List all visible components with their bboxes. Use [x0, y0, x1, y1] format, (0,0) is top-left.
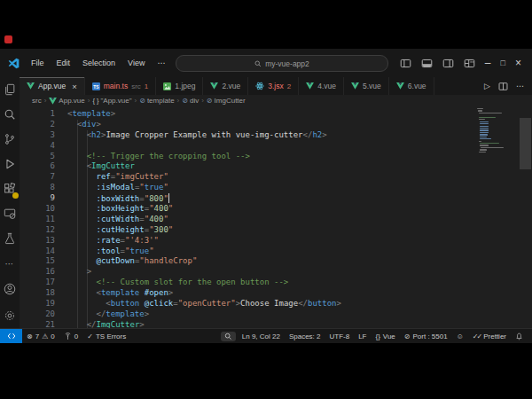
close-button[interactable]: ×	[515, 57, 521, 69]
code-line-20[interactable]: 20 </template>	[20, 309, 532, 320]
tab-app-vue[interactable]: App.vue×	[20, 77, 85, 95]
command-center-search[interactable]: my-vue-app2	[176, 55, 388, 72]
eol-setting[interactable]: LF	[354, 332, 371, 340]
code-line-17[interactable]: 17 <!-- Custom slot for the open button …	[20, 278, 532, 288]
tab-3-jsx[interactable]: 3.jsx2	[248, 77, 299, 95]
ts-errors-indicator[interactable]: ✓ TS Errors	[82, 332, 130, 340]
tab-main-ts[interactable]: TSmain.tssrc1	[85, 77, 157, 95]
more-icon[interactable]: ⋯	[0, 251, 20, 276]
editor-more-actions-icon[interactable]: ⋯	[516, 82, 524, 90]
code-line-1[interactable]: 1<template>	[20, 109, 532, 120]
menu-edit[interactable]: Edit	[51, 49, 77, 77]
remote-indicator[interactable]	[0, 329, 22, 343]
code-line-9[interactable]: 9 :boxWidth="800"	[20, 193, 532, 204]
customize-layout-icon[interactable]	[464, 58, 475, 69]
code-line-12[interactable]: 12 :cutHeight="300"	[20, 225, 532, 236]
tab-1-jpeg[interactable]: 1.jpeg	[156, 77, 203, 95]
tab-2-vue[interactable]: 2.vue	[203, 77, 248, 95]
double-check-icon: ✓✓	[473, 332, 481, 340]
minimap-line	[479, 117, 496, 118]
menu-file[interactable]: File	[25, 49, 51, 77]
zoom-indicator[interactable]	[221, 332, 236, 341]
status-bar: ⊗ 7 ⚠ 0 0 ✓ TS Errors Ln 9, Col 22 Space…	[0, 328, 532, 343]
line-number: 10	[20, 204, 67, 215]
tab-6-vue[interactable]: 6.vue	[389, 77, 434, 95]
code-line-4[interactable]: 4	[20, 141, 532, 152]
code-line-10[interactable]: 10 :boxHeight="400"	[20, 204, 532, 215]
vue-file-icon	[396, 82, 404, 90]
tab-5-vue[interactable]: 5.vue	[344, 77, 389, 95]
breadcrumb-item[interactable]: App.vue	[49, 97, 84, 105]
maximize-button[interactable]: □	[501, 59, 505, 67]
settings-icon[interactable]	[0, 303, 20, 328]
code-line-8[interactable]: 8 :isModal="true"	[20, 183, 532, 193]
search-icon[interactable]	[0, 102, 20, 127]
line-number: 5	[20, 152, 67, 162]
code-line-21[interactable]: 21 </ImgCutter>	[20, 320, 532, 328]
notifications-bell[interactable]	[511, 332, 528, 340]
menu-view[interactable]: View	[121, 49, 151, 77]
tab-label: main.ts	[104, 82, 128, 90]
run-file-button[interactable]: ▷	[484, 82, 490, 90]
toggle-sidebar-icon[interactable]	[400, 58, 411, 69]
ts-errors-label: TS Errors	[96, 332, 126, 340]
code-line-15[interactable]: 15 @cutDown="handleCrop"	[20, 256, 532, 267]
port-indicator[interactable]: ⊘ Port : 5501	[400, 332, 452, 340]
code-line-3[interactable]: 3 <h2>Image Cropper Example with vue-img…	[20, 130, 532, 141]
extensions-icon[interactable]	[0, 176, 20, 201]
indentation-setting[interactable]: Spaces: 2	[285, 332, 325, 340]
code-line-5[interactable]: 5 <!-- Trigger the cropping tool -->	[20, 152, 532, 162]
tab-label: 4.vue	[317, 82, 336, 90]
editor-scrollbar[interactable]	[520, 118, 531, 169]
toggle-secondary-sidebar-icon[interactable]	[442, 58, 454, 69]
split-editor-icon[interactable]	[498, 82, 508, 91]
menu-more[interactable]: ⋯	[151, 49, 171, 77]
code-line-7[interactable]: 7 ref="imgCutter"	[20, 172, 532, 183]
breadcrumb-item[interactable]: ⊘ImgCutter	[207, 97, 246, 105]
minimap-line	[480, 137, 487, 137]
code-editor[interactable]: 1<template>2 <div>3 <h2>Image Cropper Ex…	[20, 106, 532, 328]
video-frame: FileEditSelectionView⋯ ← → my-vue-app2 –…	[0, 0, 532, 399]
minimap[interactable]	[477, 108, 507, 153]
bell-icon	[515, 332, 523, 340]
files-icon[interactable]	[0, 77, 20, 102]
code-line-6[interactable]: 6 <ImgCutter	[20, 161, 532, 172]
language-mode[interactable]: {} Vue	[372, 332, 400, 340]
cursor-position[interactable]: Ln 9, Col 22	[238, 332, 285, 340]
tab-4-vue[interactable]: 4.vue	[299, 77, 344, 95]
code-line-13[interactable]: 13 :rate="'4:3'"	[20, 236, 532, 246]
menu-selection[interactable]: Selection	[76, 49, 121, 77]
tab-label: 2.vue	[222, 82, 240, 90]
breadcrumb-item[interactable]: ⊘template	[139, 97, 174, 105]
code-line-18[interactable]: 18 <template #open>	[20, 288, 532, 299]
account-icon[interactable]	[0, 277, 20, 301]
breadcrumb-item[interactable]: src	[32, 97, 42, 105]
minimap-line	[479, 113, 502, 113]
testing-beaker-icon[interactable]	[0, 226, 20, 251]
source-control-icon[interactable]	[0, 127, 20, 152]
ports-indicator[interactable]: 0	[59, 332, 82, 340]
extensions-badge	[12, 192, 19, 199]
encoding-setting[interactable]: UTF-8	[325, 332, 354, 340]
code-line-19[interactable]: 19 <button @click="openCutter">Choose Im…	[20, 299, 532, 309]
remote-explorer-icon[interactable]	[0, 201, 20, 226]
tab-close-icon[interactable]: ×	[72, 82, 77, 91]
code-line-11[interactable]: 11 :cutWidth="400"	[20, 215, 532, 225]
error-count: 7	[35, 332, 39, 340]
code-line-2[interactable]: 2 <div>	[20, 120, 532, 130]
code-line-16[interactable]: 16 >	[20, 267, 532, 278]
radio-tower-icon	[64, 332, 72, 340]
minimize-button[interactable]: –	[485, 57, 491, 69]
minimap-line	[480, 126, 489, 127]
svg-text:TS: TS	[93, 83, 99, 89]
problems-indicator[interactable]: ⊗ 7 ⚠ 0	[22, 332, 59, 340]
breadcrumb-item[interactable]: ⊘div	[182, 97, 199, 105]
toggle-panel-icon[interactable]	[421, 58, 433, 69]
line-number: 18	[20, 288, 67, 299]
tab-desc: src	[131, 82, 141, 90]
prettier-indicator[interactable]: ✓✓ Prettier	[468, 332, 511, 340]
breadcrumb-item[interactable]: { }"App.vue"	[92, 97, 131, 105]
feedback-button[interactable]: ☺	[452, 332, 468, 340]
run-debug-icon[interactable]	[0, 152, 20, 176]
code-line-14[interactable]: 14 :tool="true"	[20, 246, 532, 257]
